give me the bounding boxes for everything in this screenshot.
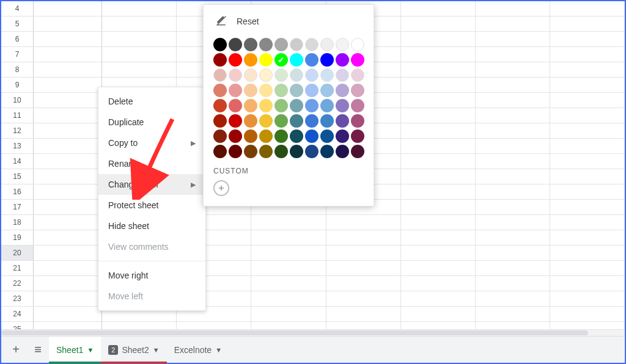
color-swatch[interactable] — [213, 145, 227, 158]
color-swatch[interactable] — [320, 129, 334, 143]
color-swatch[interactable] — [351, 114, 364, 128]
grid-cell[interactable] — [550, 62, 625, 77]
grid-cell[interactable] — [34, 32, 102, 46]
row-header[interactable]: 17 — [1, 200, 34, 214]
grid-cell[interactable] — [401, 246, 476, 260]
color-swatch[interactable] — [336, 53, 349, 67]
add-custom-color-button[interactable] — [213, 180, 229, 196]
color-swatch[interactable] — [229, 38, 242, 51]
grid-cell[interactable] — [34, 47, 102, 62]
grid-cell[interactable] — [401, 215, 476, 230]
grid-cell[interactable] — [476, 200, 550, 214]
color-swatch[interactable] — [229, 145, 242, 158]
grid-cell[interactable] — [550, 230, 625, 245]
color-swatch[interactable] — [229, 99, 242, 112]
grid-cell[interactable] — [34, 215, 102, 230]
grid-cell[interactable] — [550, 139, 625, 153]
grid-cell[interactable] — [34, 1, 102, 16]
color-swatch[interactable] — [259, 53, 273, 67]
row-header[interactable]: 21 — [1, 261, 34, 275]
grid-cell[interactable] — [476, 16, 550, 31]
color-swatch[interactable] — [244, 114, 257, 128]
grid-cell[interactable] — [34, 154, 102, 169]
grid-cell[interactable] — [34, 200, 102, 214]
color-swatch[interactable]: ✓ — [274, 53, 288, 67]
grid-cell[interactable] — [476, 154, 550, 169]
row-header[interactable]: 6 — [1, 32, 34, 46]
grid-cell[interactable] — [102, 16, 177, 31]
grid-cell[interactable] — [550, 276, 625, 291]
color-swatch[interactable] — [305, 145, 319, 158]
menu-item[interactable]: Duplicate — [98, 112, 205, 133]
color-swatch[interactable] — [336, 114, 349, 128]
grid-cell[interactable] — [326, 291, 401, 306]
grid-cell[interactable] — [476, 169, 550, 184]
color-swatch[interactable] — [213, 38, 227, 51]
row-header[interactable]: 24 — [1, 307, 34, 321]
color-swatch[interactable] — [320, 114, 334, 128]
color-swatch[interactable] — [305, 114, 319, 128]
grid-cell[interactable] — [251, 230, 326, 245]
grid-cell[interactable] — [34, 230, 102, 245]
grid-cell[interactable] — [401, 123, 476, 138]
grid-cell[interactable] — [251, 307, 326, 321]
color-swatch[interactable] — [259, 145, 273, 158]
grid-cell[interactable] — [476, 1, 550, 16]
grid-cell[interactable] — [476, 108, 550, 123]
row-header[interactable]: 18 — [1, 215, 34, 230]
grid-cell[interactable] — [550, 246, 625, 260]
row-header[interactable]: 8 — [1, 62, 34, 77]
grid-cell[interactable] — [251, 246, 326, 260]
color-swatch[interactable] — [320, 84, 334, 97]
row-header[interactable]: 5 — [1, 16, 34, 31]
color-swatch[interactable] — [320, 38, 334, 51]
row-header[interactable]: 15 — [1, 169, 34, 184]
grid-cell[interactable] — [401, 261, 476, 275]
color-swatch[interactable] — [336, 68, 349, 82]
sheet-tab[interactable]: Sheet1▼ — [49, 337, 101, 363]
row-header[interactable]: 22 — [1, 276, 34, 291]
grid-cell[interactable] — [550, 93, 625, 107]
color-swatch[interactable] — [320, 53, 334, 67]
grid-cell[interactable] — [401, 78, 476, 92]
color-swatch[interactable] — [351, 68, 364, 82]
color-swatch[interactable] — [336, 84, 349, 97]
color-swatch[interactable] — [336, 38, 349, 51]
grid-cell[interactable] — [476, 78, 550, 92]
grid-cell[interactable] — [401, 47, 476, 62]
grid-cell[interactable] — [476, 93, 550, 107]
grid-cell[interactable] — [550, 291, 625, 306]
grid-cell[interactable] — [476, 215, 550, 230]
color-swatch[interactable] — [229, 68, 242, 82]
grid-cell[interactable] — [34, 93, 102, 107]
menu-item[interactable]: Protect sheet — [98, 195, 205, 216]
color-swatch[interactable] — [290, 84, 303, 97]
grid-cell[interactable] — [476, 276, 550, 291]
grid-cell[interactable] — [550, 78, 625, 92]
color-swatch[interactable] — [336, 99, 349, 112]
grid-cell[interactable] — [251, 291, 326, 306]
color-swatch[interactable] — [229, 53, 242, 67]
grid-cell[interactable] — [326, 230, 401, 245]
color-swatch[interactable] — [351, 129, 364, 143]
color-swatch[interactable] — [259, 99, 273, 112]
color-swatch[interactable] — [305, 38, 319, 51]
chevron-down-icon[interactable]: ▼ — [215, 346, 222, 354]
row-header[interactable]: 4 — [1, 1, 34, 16]
grid-cell[interactable] — [401, 230, 476, 245]
menu-item[interactable]: Change color▶ — [98, 174, 205, 195]
color-swatch[interactable] — [336, 129, 349, 143]
color-swatch[interactable] — [290, 145, 303, 158]
sheet-tab[interactable]: Excelnote▼ — [167, 337, 229, 363]
grid-cell[interactable] — [102, 32, 177, 46]
reset-color-button[interactable]: Reset — [213, 13, 364, 29]
color-swatch[interactable] — [290, 129, 303, 143]
color-swatch[interactable] — [213, 68, 227, 82]
color-swatch[interactable] — [229, 129, 242, 143]
color-swatch[interactable] — [213, 114, 227, 128]
grid-cell[interactable] — [476, 261, 550, 275]
color-swatch[interactable] — [259, 114, 273, 128]
horizontal-scrollbar[interactable] — [1, 329, 625, 336]
grid-cell[interactable] — [550, 307, 625, 321]
color-swatch[interactable] — [351, 84, 364, 97]
